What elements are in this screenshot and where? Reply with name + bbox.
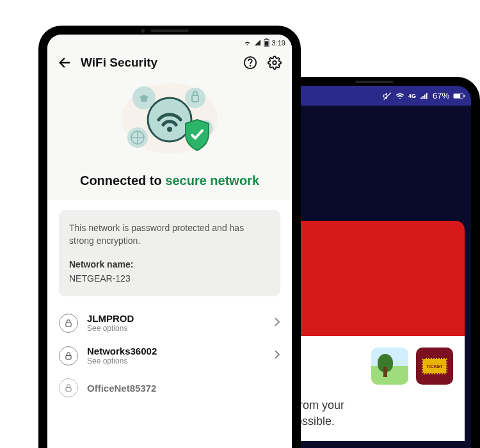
svg-rect-29 <box>66 388 71 392</box>
network-ssid: JLMPROD <box>87 313 265 324</box>
screen-back: 4G 67% TICKET from your ossible. <box>278 86 471 448</box>
chevron-right-icon <box>274 349 280 362</box>
network-info: JLMPROD See options <box>87 313 265 333</box>
network-info: Networks36002 See options <box>87 346 265 365</box>
ticket-icon: TICKET <box>422 358 447 374</box>
network-type: 4G <box>408 93 416 99</box>
wifi-icon <box>396 92 404 100</box>
battery-icon <box>453 92 465 100</box>
app-header: WiFi Security <box>47 48 292 80</box>
svg-rect-6 <box>454 94 461 98</box>
signal-status-icon <box>254 39 261 46</box>
svg-rect-1 <box>420 97 422 99</box>
arrow-left-icon <box>58 56 72 70</box>
network-ssid: Networks36002 <box>87 346 265 356</box>
svg-rect-10 <box>266 38 268 39</box>
status-suffix: secure network <box>165 173 259 188</box>
back-text-line1: from your <box>296 397 453 413</box>
network-info-card: This network is password protected and h… <box>59 210 280 296</box>
status-bar-back: 4G 67% <box>278 86 471 106</box>
back-text-line2: ossible. <box>296 413 453 429</box>
svg-rect-28 <box>66 355 71 359</box>
svg-rect-4 <box>426 93 428 99</box>
screen-front: 3:19 WiFi Security <box>47 35 292 448</box>
help-icon <box>243 56 257 70</box>
signal-icon <box>420 92 429 100</box>
status-prefix: Connected to <box>80 173 165 188</box>
battery-status-icon <box>264 38 269 47</box>
app-tile-ticket[interactable]: TICKET <box>416 348 453 385</box>
svg-point-13 <box>250 65 251 66</box>
network-ssid: OfficeNet85372 <box>87 383 280 394</box>
svg-rect-9 <box>264 41 268 45</box>
status-bar: 3:19 <box>47 35 292 48</box>
network-sublabel: See options <box>87 324 265 333</box>
svg-point-14 <box>273 61 276 65</box>
svg-line-0 <box>384 92 391 99</box>
lock-icon <box>59 346 78 365</box>
hero-section: Connected to secure network <box>47 80 292 200</box>
help-button[interactable] <box>242 54 259 71</box>
back-dark-area <box>278 106 471 221</box>
svg-rect-17 <box>141 98 147 102</box>
lock-icon <box>59 314 78 333</box>
network-name-value: NETGEAR-123 <box>69 272 270 285</box>
wifi-status-icon <box>243 38 252 47</box>
status-time: 3:19 <box>272 39 285 47</box>
svg-rect-7 <box>464 95 465 97</box>
phone-mockup-front: 3:19 WiFi Security <box>38 26 301 448</box>
gear-icon <box>268 56 282 70</box>
back-white-panel: TICKET from your ossible. <box>284 336 465 441</box>
app-tile-tree[interactable] <box>371 348 408 385</box>
svg-rect-2 <box>422 96 424 99</box>
connection-status-heading: Connected to secure network <box>59 173 280 188</box>
speaker-grill <box>150 29 189 32</box>
page-title: WiFi Security <box>81 56 234 70</box>
svg-point-26 <box>167 127 172 132</box>
hero-illustration <box>109 80 230 163</box>
app-icons-row: TICKET <box>296 348 453 385</box>
settings-button[interactable] <box>266 54 283 71</box>
network-row[interactable]: Networks36002 See options <box>52 339 287 372</box>
network-name-label: Network name: <box>69 258 270 271</box>
chevron-right-icon <box>274 317 280 330</box>
back-button[interactable] <box>56 54 73 71</box>
front-camera <box>141 29 145 33</box>
info-description: This network is password protected and h… <box>69 221 270 248</box>
lock-icon <box>59 378 78 397</box>
network-info: OfficeNet85372 <box>87 383 280 394</box>
svg-rect-27 <box>66 323 71 326</box>
mute-icon <box>383 92 392 100</box>
svg-point-18 <box>185 88 205 108</box>
battery-percent: 67% <box>433 91 449 100</box>
back-red-card <box>284 221 465 336</box>
network-row[interactable]: JLMPROD See options <box>52 307 287 339</box>
svg-point-25 <box>148 98 191 141</box>
svg-rect-3 <box>424 94 426 99</box>
network-sublabel: See options <box>87 356 265 365</box>
network-row[interactable]: OfficeNet85372 <box>52 372 287 404</box>
network-list: JLMPROD See options Networks36002 See op… <box>47 307 292 404</box>
speaker-grill <box>355 81 394 83</box>
